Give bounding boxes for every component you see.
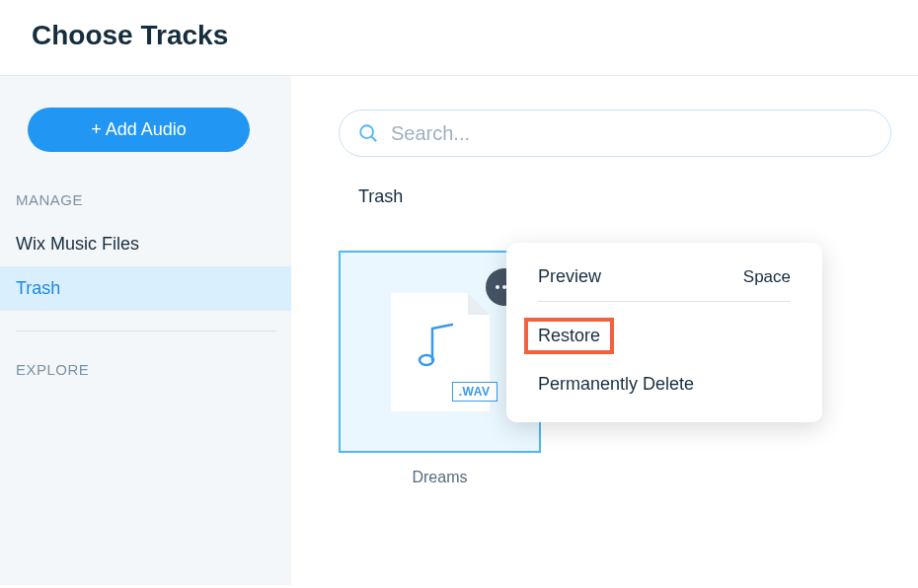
sidebar-section-explore: EXPLORE xyxy=(0,361,291,392)
menu-item-label: Restore xyxy=(538,326,600,345)
file-name-label: Dreams xyxy=(339,453,541,486)
music-note-icon xyxy=(417,321,460,376)
add-audio-button[interactable]: + Add Audio xyxy=(28,108,250,152)
menu-item-restore[interactable]: Restore xyxy=(506,308,822,364)
sidebar-item-trash[interactable]: Trash xyxy=(0,266,291,311)
menu-divider xyxy=(538,301,791,302)
sidebar-section-manage: MANAGE xyxy=(0,191,291,222)
file-grid: .WAV Dreams Preview Space Restore xyxy=(339,207,918,486)
header: Choose Tracks xyxy=(0,0,918,76)
search-icon xyxy=(357,122,379,144)
search-field[interactable] xyxy=(339,110,891,157)
page-title: Choose Tracks xyxy=(32,20,886,51)
sidebar-item-wix-music-files[interactable]: Wix Music Files xyxy=(0,222,291,266)
svg-point-0 xyxy=(360,125,373,138)
breadcrumb: Trash xyxy=(339,157,918,207)
menu-item-preview[interactable]: Preview Space xyxy=(506,257,822,297)
file-card: .WAV xyxy=(391,293,490,411)
menu-item-shortcut: Space xyxy=(743,267,791,287)
highlight-annotation: Restore xyxy=(524,318,614,354)
context-menu: Preview Space Restore Permanently Delete xyxy=(506,243,822,422)
sidebar-divider xyxy=(16,331,275,331)
sidebar: + Add Audio MANAGE Wix Music Files Trash… xyxy=(0,76,291,585)
svg-line-1 xyxy=(371,136,376,141)
sidebar-item-label: Trash xyxy=(16,278,60,298)
menu-item-permanently-delete[interactable]: Permanently Delete xyxy=(506,364,822,404)
file-extension-badge: .WAV xyxy=(452,382,497,402)
sidebar-item-label: Wix Music Files xyxy=(16,234,139,254)
menu-item-label: Preview xyxy=(538,266,601,287)
dot-icon xyxy=(496,285,499,289)
file-fold-icon xyxy=(468,293,490,315)
menu-item-label: Permanently Delete xyxy=(538,374,694,395)
main: Trash .WAV xyxy=(291,76,918,585)
search-input[interactable] xyxy=(391,122,873,145)
body: + Add Audio MANAGE Wix Music Files Trash… xyxy=(0,76,918,585)
